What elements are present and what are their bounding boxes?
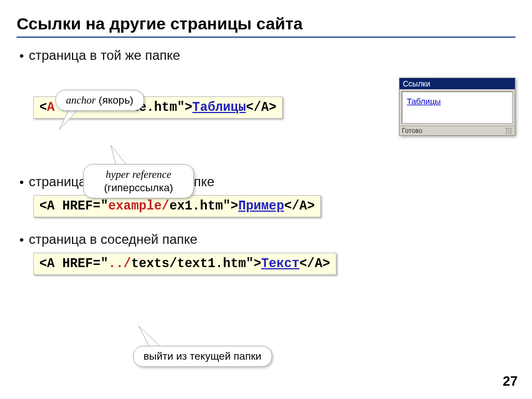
- callout-anchor-word: anchor: [66, 94, 96, 106]
- code-open: <A HREF=": [39, 199, 108, 213]
- callout-anchor-translation: (якорь): [96, 94, 134, 106]
- svg-marker-1: [111, 145, 127, 166]
- title-divider: [17, 37, 515, 38]
- code-close-tag: </A>: [246, 100, 277, 115]
- code-link-text: Таблицы: [192, 100, 246, 115]
- code-folder-path: example/: [108, 199, 169, 213]
- code-example-3: <A HREF="../texts/text1.htm">Текст</A>: [33, 253, 336, 275]
- code-rest: texts/text1.htm">: [131, 257, 262, 271]
- browser-status-text: Готово: [402, 127, 422, 135]
- browser-titlebar: Ссылки: [400, 78, 515, 89]
- callout-href-word: hyper reference: [94, 168, 183, 181]
- callout-anchor: anchor (якорь): [55, 90, 144, 111]
- code-rest: ex1.htm">: [170, 199, 238, 213]
- browser-link[interactable]: Таблицы: [407, 96, 441, 106]
- callout-href-translation: (гиперссылка): [94, 181, 183, 195]
- bullet-same-folder: страница в той же папке: [20, 48, 515, 63]
- bullet-text: страница в соседней папке: [29, 232, 197, 247]
- slide-title: Ссылки на другие страницы сайта: [17, 14, 515, 33]
- callout-dotdot-text: выйти из текущей папки: [144, 350, 262, 362]
- bullet-dot-icon: [20, 238, 23, 242]
- browser-window-mock: Ссылки Таблицы Готово: [399, 78, 515, 136]
- bullet-sibling-folder: страница в соседней папке: [20, 232, 515, 247]
- bullet-text: страница в той же папке: [29, 48, 180, 63]
- browser-statusbar: Готово: [400, 126, 515, 135]
- code-open: <A HREF=": [39, 257, 108, 271]
- code-example-2: <A HREF="example/ex1.htm">Пример</A>: [33, 195, 321, 217]
- resize-grip-icon: [505, 127, 513, 135]
- code-link-text: Текст: [261, 257, 299, 271]
- code-dotdot: ../: [108, 257, 131, 271]
- browser-viewport: Таблицы: [402, 91, 513, 124]
- svg-marker-0: [59, 109, 79, 130]
- page-number: 27: [503, 374, 518, 389]
- callout-anchor-tail-icon: [53, 109, 86, 131]
- code-link-text: Пример: [238, 199, 284, 213]
- callout-href: hyper reference (гиперссылка): [83, 164, 194, 198]
- code-close-tag: </A>: [284, 199, 315, 213]
- bullet-dot-icon: [20, 54, 23, 58]
- callout-dotdot: выйти из текущей папки: [133, 346, 272, 367]
- code-close-tag: </A>: [299, 257, 330, 271]
- bullet-dot-icon: [20, 181, 23, 184]
- code-bracket: <: [39, 100, 47, 115]
